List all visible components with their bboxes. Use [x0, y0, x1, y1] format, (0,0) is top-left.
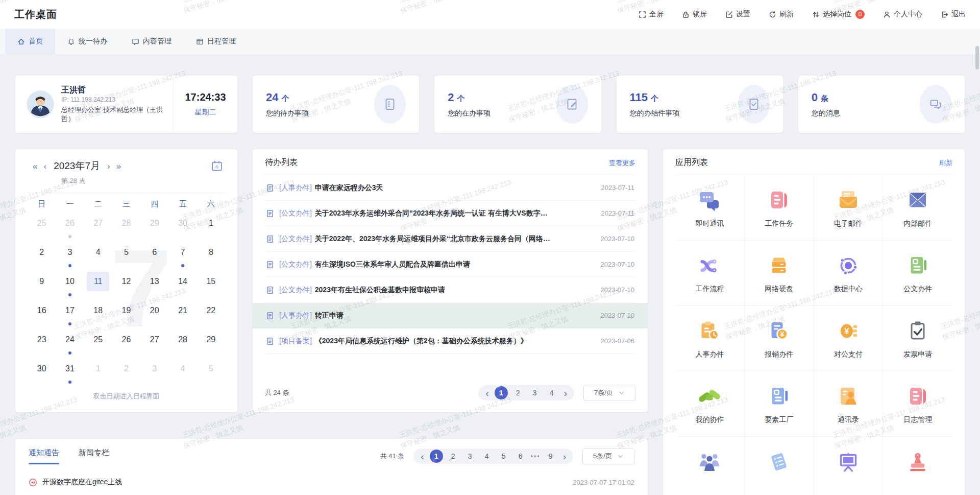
header-action-lock[interactable]: 锁屏 [682, 10, 707, 19]
header-action-refresh[interactable]: 刷新 [769, 10, 794, 19]
tab-首页[interactable]: 首页 [5, 29, 55, 54]
calendar-day-cell[interactable]: 2 [28, 241, 56, 270]
header-action-settings[interactable]: 设置 [725, 10, 750, 19]
news-item[interactable]: 开源数字底座在gitee上线2023-07-07 17:01:02 [29, 478, 634, 487]
calendar-day-cell[interactable]: 25 [84, 328, 112, 358]
app-item[interactable] [814, 437, 884, 495]
todo-row[interactable]: [公文办件]关于2023年水务运维外采合同“2023年水务局统一认证 有生博大V… [265, 201, 635, 226]
next-year-button[interactable]: » [113, 162, 124, 171]
todo-page-1[interactable]: 1 [495, 386, 508, 399]
app-item-人事办件[interactable]: 人事办件 [675, 306, 745, 371]
calendar-day-cell[interactable]: 5 [197, 358, 225, 387]
header-action-user[interactable]: 个人中心 [883, 10, 922, 19]
app-item[interactable] [883, 437, 952, 495]
news-page-1[interactable]: 1 [430, 450, 443, 463]
news-page-2[interactable]: 2 [447, 450, 460, 463]
todo-row[interactable]: [项目备案]《2023年局信息系统运行维护（第2包：基础办公系统技术服务）》20… [265, 328, 635, 354]
calendar-day-cell[interactable]: 2 [112, 358, 140, 387]
calendar-day-cell[interactable]: 29 [197, 328, 225, 358]
calendar-day-cell[interactable]: 14 [168, 270, 197, 299]
news-tab-通知通告[interactable]: 通知通告 [29, 448, 59, 464]
tab-日程管理[interactable]: 日程管理 [184, 29, 248, 54]
app-item-工作流程[interactable]: 工作流程 [675, 241, 745, 306]
calendar-day-cell[interactable]: 22 [197, 299, 225, 328]
todo-page-4[interactable]: 4 [545, 386, 558, 399]
calendar-schedule-link[interactable]: 双击日期进入日程界面 [28, 392, 225, 401]
todo-next-page-button[interactable]: › [562, 388, 569, 398]
calendar-day-cell[interactable]: 30 [168, 212, 197, 241]
calendar-day-cell[interactable]: 28 [112, 212, 140, 241]
header-action-fullscreen[interactable]: 全屏 [639, 10, 664, 19]
calendar-day-cell[interactable]: 30 [28, 358, 56, 387]
page-scrollbar[interactable] [975, 46, 979, 69]
todo-row[interactable]: [人事办件]申请在家远程办公3天2023-07-11 [265, 175, 635, 201]
todo-row[interactable]: [公文办件]关于2022年、2023年水务局运维项目外采“北京市政务云服务合同（… [265, 226, 635, 252]
news-page-9[interactable]: 9 [544, 450, 557, 463]
calendar-day-cell[interactable]: 31 [56, 358, 84, 387]
todo-row[interactable]: [公文办件]有生深境ISO三体系年审人员配合及牌匾借出申请2023-07-10 [265, 252, 635, 277]
app-item[interactable] [745, 437, 814, 495]
app-item-发票申请[interactable]: 发票申请 [883, 306, 952, 371]
calendar-day-cell[interactable]: 19 [112, 299, 140, 328]
app-item-即时通讯[interactable]: 即时通讯 [675, 175, 745, 241]
todo-prev-page-button[interactable]: ‹ [483, 388, 491, 398]
todo-page-2[interactable]: 2 [511, 386, 525, 399]
app-item-报销办件[interactable]: ¥报销办件 [745, 306, 814, 371]
app-item-网络硬盘[interactable]: 网络硬盘 [745, 241, 814, 306]
app-item[interactable] [675, 437, 745, 495]
calendar-day-cell[interactable]: 28 [168, 328, 197, 358]
calendar-day-cell[interactable]: 1 [84, 358, 112, 387]
todo-row[interactable]: [公文办件]2023年有生社保公积金基数申报审核申请2023-07-10 [265, 277, 635, 303]
calendar-day-cell[interactable]: 16 [28, 299, 56, 328]
tab-统一待办[interactable]: 统一待办 [55, 29, 119, 54]
calendar-day-cell[interactable]: 27 [140, 328, 168, 358]
header-action-positions[interactable]: 选择岗位0 [812, 10, 865, 19]
calendar-day-cell[interactable]: 18 [84, 299, 112, 328]
app-item-我的协作[interactable]: 我的协作 [675, 371, 745, 437]
calendar-day-cell[interactable]: 23 [28, 328, 56, 358]
calendar-day-cell[interactable]: 21 [168, 299, 197, 328]
calendar-day-cell[interactable]: 12 [112, 270, 140, 299]
calendar-day-cell[interactable]: 24 [56, 328, 84, 358]
calendar-day-cell[interactable]: 1 [197, 212, 225, 241]
calendar-day-cell[interactable]: 3 [56, 241, 84, 270]
refresh-apps-link[interactable]: 刷新 [939, 158, 952, 168]
header-action-logout[interactable]: 退出 [941, 10, 966, 19]
app-item-数据中心[interactable]: 数据中心 [814, 241, 884, 306]
next-month-button[interactable]: › [104, 162, 113, 171]
view-more-link[interactable]: 查看更多 [609, 158, 635, 168]
todo-page-size-select[interactable]: 7条/页 [583, 385, 635, 401]
news-page-3[interactable]: 3 [463, 450, 477, 463]
calendar-day-cell[interactable]: 20 [140, 299, 168, 328]
today-icon[interactable]: 今 [211, 160, 223, 172]
app-item-公文办件[interactable]: 公文办件 [883, 241, 952, 306]
tab-内容管理[interactable]: 内容管理 [119, 29, 184, 54]
calendar-day-cell[interactable]: 13 [140, 270, 168, 299]
calendar-day-cell[interactable]: 26 [56, 212, 84, 241]
calendar-day-cell[interactable]: 26 [112, 328, 140, 358]
calendar-day-cell[interactable]: 4 [84, 241, 112, 270]
calendar-day-cell[interactable]: 4 [168, 358, 197, 387]
app-item-通讯录[interactable]: 通讯录 [814, 371, 884, 437]
calendar-day-cell[interactable]: 8 [197, 241, 225, 270]
calendar-day-cell[interactable]: 29 [140, 212, 168, 241]
app-item-工作任务[interactable]: 工作任务 [745, 175, 814, 241]
todo-row[interactable]: [人事办件]转正申请2023-07-10 [253, 303, 648, 328]
app-item-对公支付[interactable]: ¥对公支付 [814, 306, 884, 371]
news-prev-page-button[interactable]: ‹ [419, 452, 426, 461]
news-page-6[interactable]: 6 [514, 450, 527, 463]
news-page-size-select[interactable]: 5条/页 [582, 448, 634, 464]
prev-year-button[interactable]: « [30, 162, 40, 171]
news-page-4[interactable]: 4 [480, 450, 494, 463]
news-next-page-button[interactable]: › [561, 452, 568, 461]
calendar-day-cell[interactable]: 25 [28, 212, 56, 241]
app-item-电子邮件[interactable]: 电子邮件 [814, 175, 884, 241]
calendar-day-cell[interactable]: 10 [56, 270, 84, 299]
calendar-day-cell[interactable]: 27 [84, 212, 112, 241]
calendar-day-cell[interactable]: 5 [112, 241, 140, 270]
calendar-day-cell[interactable]: 9 [28, 270, 56, 299]
calendar-day-cell[interactable]: 6 [140, 241, 168, 270]
calendar-day-cell[interactable]: 15 [197, 270, 225, 299]
prev-month-button[interactable]: ‹ [40, 162, 50, 171]
calendar-day-cell[interactable]: 17 [56, 299, 84, 328]
